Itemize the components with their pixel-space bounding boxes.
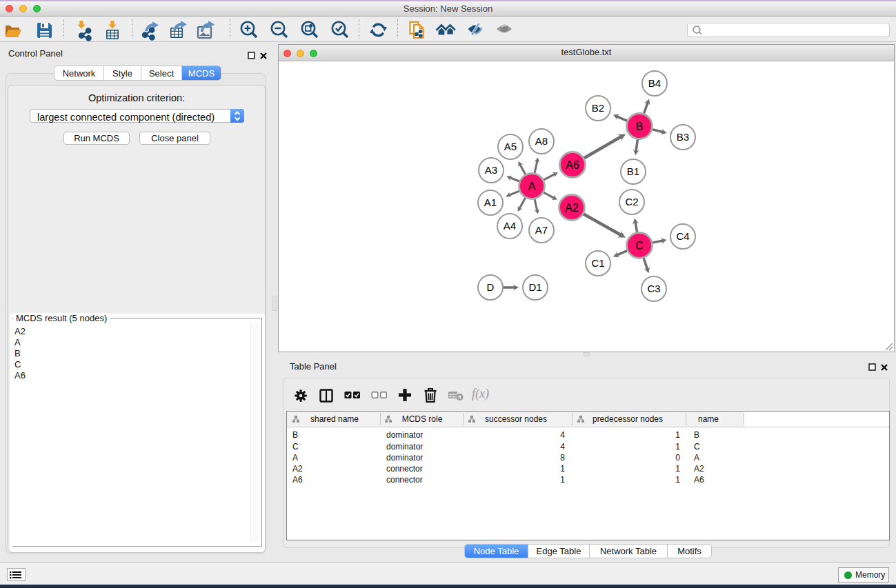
svg-text:A2: A2: [565, 202, 579, 214]
svg-text:A4: A4: [504, 220, 516, 232]
svg-text:A8: A8: [535, 135, 548, 147]
svg-text:B2: B2: [592, 102, 604, 114]
svg-text:B: B: [636, 121, 644, 132]
svg-text:A5: A5: [504, 141, 517, 152]
svg-text:C3: C3: [647, 283, 660, 294]
svg-text:C: C: [635, 240, 644, 252]
svg-text:A1: A1: [484, 196, 497, 208]
svg-text:A3: A3: [485, 164, 497, 176]
svg-text:C2: C2: [625, 196, 638, 207]
svg-text:C1: C1: [591, 257, 604, 269]
svg-text:D1: D1: [528, 281, 541, 293]
svg-text:C4: C4: [676, 230, 689, 242]
svg-text:B3: B3: [677, 131, 689, 143]
svg-text:A: A: [528, 181, 536, 192]
svg-text:A6: A6: [566, 159, 579, 171]
svg-text:B4: B4: [648, 77, 661, 89]
svg-text:B1: B1: [627, 165, 639, 177]
svg-text:A7: A7: [535, 224, 548, 236]
svg-text:D: D: [487, 281, 495, 293]
